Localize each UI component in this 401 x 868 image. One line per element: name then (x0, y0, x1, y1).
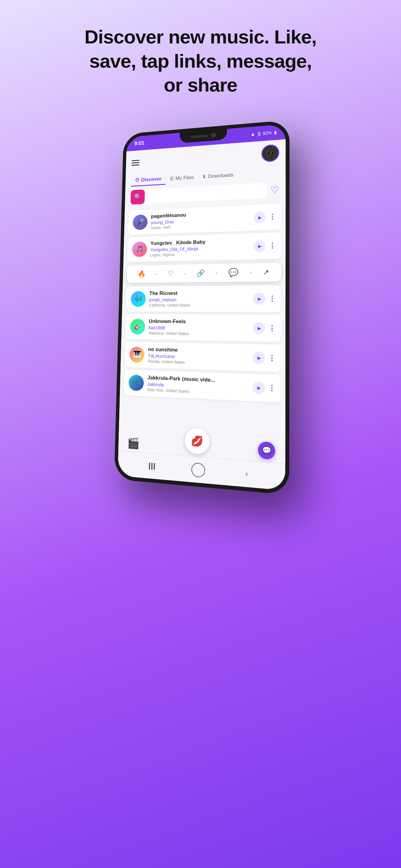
track-location-3: California, United States (149, 303, 249, 307)
message-float-icon: 💬 (262, 446, 271, 455)
track-card-4[interactable]: 🎸 Unknown-Feels Nat1988 Alabama, United … (125, 314, 281, 342)
play-button-1[interactable] (254, 211, 265, 223)
play-button-4[interactable] (253, 322, 265, 334)
track-actions-1: ⋮ (254, 211, 276, 223)
play-button-6[interactable] (252, 381, 265, 394)
downloads-icon: ⬇ (202, 174, 206, 179)
track-title-4: Unknown-Feels (148, 318, 249, 325)
thumb-emoji-6: 🎼 (132, 379, 140, 387)
home-icon (191, 462, 205, 477)
more-button-2[interactable]: ⋮ (268, 242, 276, 250)
nav-line-2 (151, 462, 152, 469)
track-location-4: Alabama, United States (148, 331, 249, 337)
search-input[interactable] (144, 183, 267, 204)
hamburger-menu[interactable] (132, 159, 140, 165)
dot-4: ● (250, 270, 252, 274)
play-button-3[interactable] (253, 292, 265, 305)
user-avatar[interactable]: 🕶️ (261, 144, 279, 162)
track-thumb-4: 🎸 (130, 319, 145, 335)
link-icon: 🔗 (196, 269, 205, 277)
more-button-5[interactable]: ⋮ (268, 354, 275, 363)
myfiles-label: My Files (175, 174, 194, 181)
track-info-6: Jakkrula-Park (music vide... Jakkrula Ne… (147, 375, 249, 397)
track-info-4: Unknown-Feels Nat1988 Alabama, United St… (148, 318, 249, 337)
search-icon: 🔍 (134, 193, 141, 201)
track-actions-5: ⋮ (253, 351, 276, 364)
hamburger-line-2 (132, 162, 139, 163)
track-title-3: The Ricnest (149, 290, 249, 297)
myfiles-icon: ☰ (169, 176, 173, 182)
tab-myfiles[interactable]: ☰ My Files (165, 172, 198, 184)
search-box: 🔍 (131, 183, 267, 205)
back-button[interactable]: ‹ (239, 466, 254, 482)
recent-apps-icon (149, 462, 155, 469)
dot-2: ● (183, 271, 186, 275)
more-button-1[interactable]: ⋮ (269, 213, 276, 221)
heart-icon: ♡ (167, 269, 173, 277)
phone-screen: 9:01 ▲ ||| 82% ▮ 🕶️ (117, 124, 285, 490)
message-icon: 💬 (228, 268, 238, 277)
heart-action[interactable]: ♡ (167, 269, 173, 277)
dot-3: ● (215, 271, 218, 275)
track-card-5[interactable]: 🎹 no sunshine T4LHurricane Florida, Unit… (124, 341, 281, 372)
more-button-4[interactable]: ⋮ (268, 324, 275, 332)
nav-line-1 (149, 462, 150, 469)
track-actions-6: ⋮ (252, 381, 275, 395)
play-button-2[interactable] (253, 240, 265, 252)
fire-icon: 🔥 (137, 270, 145, 278)
thumb-emoji-1: 🎤 (136, 218, 144, 226)
like-filter-button[interactable]: ♡ (270, 184, 279, 195)
thumb-emoji-2: 🎵 (136, 245, 143, 253)
track-thumb-3: 🎶 (131, 291, 146, 307)
tab-discover[interactable]: ⏱ Discover (131, 173, 166, 187)
track-info-3: The Ricnest jonah_melvon California, Uni… (149, 290, 249, 308)
thumb-emoji-5: 🎹 (133, 350, 141, 359)
tab-downloads[interactable]: ⬇ Downloads (198, 169, 238, 183)
thumb-emoji-4: 🎸 (134, 322, 142, 331)
search-icon-button[interactable]: 🔍 (131, 189, 145, 205)
track-actions-4: ⋮ (253, 322, 275, 334)
back-icon: ‹ (246, 469, 248, 478)
share-icon: ↗ (263, 268, 269, 276)
track-card-3[interactable]: 🎶 The Ricnest jonah_melvon California, U… (126, 285, 281, 312)
hamburger-line-3 (132, 164, 139, 166)
track-card-6[interactable]: 🎼 Jakkrula-Park (music vide... Jakkrula … (124, 369, 281, 403)
recent-apps-button[interactable] (145, 458, 159, 473)
track-actions-2: ⋮ (253, 240, 276, 252)
track-thumb-2: 🎵 (132, 241, 147, 257)
camera-icon: 🎬 (127, 436, 140, 449)
wifi-icon: ▲ (250, 131, 255, 137)
track-thumb-6: 🎼 (128, 374, 144, 391)
share-action[interactable]: ↗ (263, 268, 269, 276)
status-time: 9:01 (134, 140, 144, 147)
tracks-list: 🎤 pagenfètsanou young_Drac Ouest, Haiti … (118, 200, 285, 463)
camera-button[interactable]: 🎬 (127, 436, 140, 450)
signal-icon: ||| (258, 131, 260, 136)
dot-1: ● (155, 272, 157, 276)
nav-line-3 (153, 463, 155, 470)
track-card-1[interactable]: 🎤 pagenfètsanou young_Drac Ouest, Haiti … (128, 203, 281, 235)
more-button-3[interactable]: ⋮ (268, 294, 276, 303)
hamburger-line-1 (132, 159, 139, 161)
more-button-6[interactable]: ⋮ (268, 384, 275, 393)
track-actions-3: ⋮ (253, 292, 276, 305)
phone-mockup: 9:01 ▲ ||| 82% ▮ 🕶️ (114, 120, 289, 495)
track-thumb-5: 🎹 (129, 346, 144, 363)
camera (211, 132, 216, 137)
notch (179, 129, 227, 143)
sticker-icon: 💋 (191, 434, 203, 447)
track-info-1: pagenfètsanou young_Drac Ouest, Haiti (151, 209, 250, 230)
discover-label: Discover (141, 176, 162, 183)
track-thumb-1: 🎤 (133, 214, 147, 230)
message-action[interactable]: 💬 (228, 268, 238, 277)
play-button-5[interactable] (253, 351, 265, 364)
fire-action[interactable]: 🔥 (137, 270, 145, 278)
track-artist-4: Nat1988 (148, 325, 249, 332)
speaker (190, 134, 208, 138)
track-card-2[interactable]: 🎵 Yungclev_ Kilode Baby Yungclev_Ola_Of_… (127, 232, 281, 262)
track-info-2: Yungclev_ Kilode Baby Yungclev_Ola_Of_Ab… (150, 238, 250, 257)
home-button[interactable] (191, 462, 205, 477)
link-action[interactable]: 🔗 (196, 269, 205, 277)
discover-icon: ⏱ (135, 178, 140, 183)
headline: Discover new music. Like, save, tap link… (80, 25, 322, 97)
